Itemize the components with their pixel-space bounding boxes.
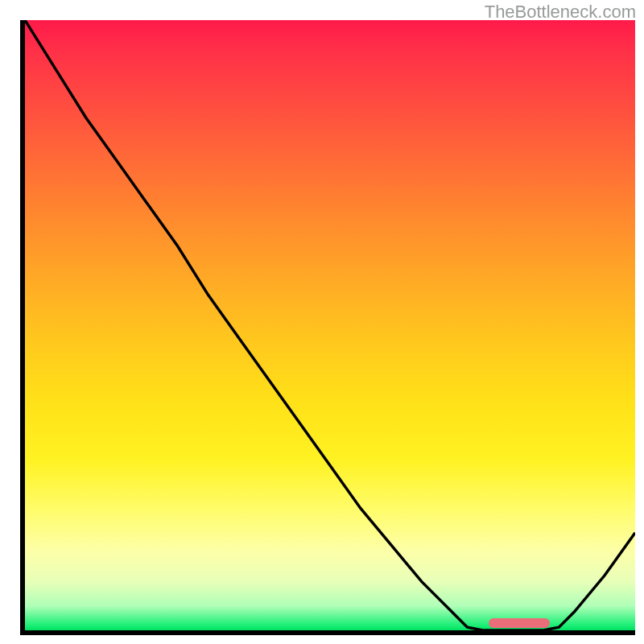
optimal-range-marker	[489, 618, 550, 628]
watermark-text: TheBottleneck.com	[485, 2, 636, 23]
x-axis	[20, 630, 635, 635]
bottleneck-curve	[25, 20, 635, 630]
